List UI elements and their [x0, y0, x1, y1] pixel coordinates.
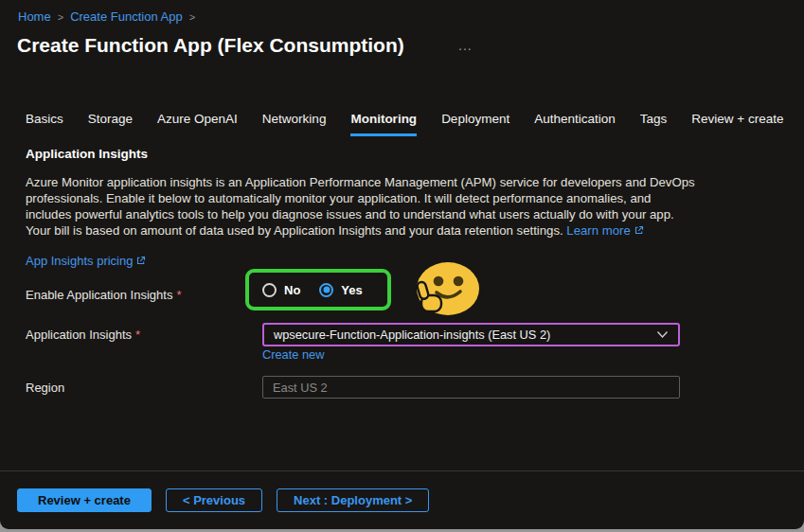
- enable-application-insights-label-text: Enable Application Insights: [26, 288, 172, 302]
- application-insights-label: Application Insights*: [26, 328, 140, 342]
- previous-button[interactable]: < Previous: [166, 488, 262, 512]
- region-input: East US 2: [262, 376, 680, 399]
- app-insights-pricing-link[interactable]: App Insights pricing: [26, 254, 146, 268]
- learn-more-link[interactable]: Learn more: [566, 223, 643, 238]
- radio-option-yes[interactable]: Yes: [319, 283, 362, 297]
- wizard-tab-bar: Basics Storage Azure OpenAI Networking M…: [26, 112, 783, 136]
- breadcrumb-separator-icon: >: [189, 11, 195, 23]
- tab-authentication[interactable]: Authentication: [534, 112, 616, 136]
- chevron-down-icon: [656, 328, 669, 342]
- tab-basics[interactable]: Basics: [26, 112, 63, 136]
- tab-storage[interactable]: Storage: [88, 112, 133, 136]
- tab-review-create[interactable]: Review + create: [691, 112, 783, 136]
- next-deployment-button[interactable]: Next : Deployment >: [277, 488, 429, 512]
- thumbs-up-smiley-emoji: [413, 261, 481, 320]
- page-title: Create Function App (Flex Consumption): [17, 34, 404, 57]
- region-value: East US 2: [273, 381, 328, 395]
- breadcrumb: Home > Create Function App >: [18, 9, 195, 24]
- enable-application-insights-label: Enable Application Insights*: [26, 288, 181, 302]
- breadcrumb-link-create-function-app[interactable]: Create Function App: [70, 9, 183, 24]
- breadcrumb-link-home[interactable]: Home: [18, 9, 51, 24]
- footer-action-bar: Review + create < Previous Next : Deploy…: [17, 488, 429, 512]
- tab-monitoring[interactable]: Monitoring: [350, 112, 417, 136]
- required-marker: *: [176, 288, 181, 302]
- application-insights-label-text: Application Insights: [26, 328, 132, 342]
- radio-no-label: No: [284, 283, 300, 297]
- external-link-icon: [634, 223, 644, 239]
- radio-yes-label: Yes: [341, 283, 362, 297]
- required-marker: *: [135, 328, 140, 342]
- radio-no-circle-icon[interactable]: [262, 283, 277, 297]
- enable-radio-group-highlight: No Yes: [245, 269, 391, 310]
- external-link-icon: [135, 255, 146, 269]
- breadcrumb-separator-icon: >: [58, 11, 63, 23]
- region-label: Region: [26, 381, 64, 395]
- section-heading: Application Insights: [26, 147, 148, 161]
- application-insights-dropdown[interactable]: wpsecure-Function-Application-insights (…: [262, 323, 680, 346]
- tab-tags[interactable]: Tags: [640, 112, 668, 136]
- title-overflow-ellipsis: ...: [458, 38, 473, 53]
- tab-deployment[interactable]: Deployment: [441, 112, 509, 136]
- tab-azure-openai[interactable]: Azure OpenAI: [157, 112, 238, 136]
- app-insights-pricing: App Insights pricing: [26, 254, 146, 269]
- application-insights-selected-value: wpsecure-Function-Application-insights (…: [274, 328, 550, 342]
- section-description: Azure Monitor application insights is an…: [26, 174, 697, 239]
- learn-more-label: Learn more: [566, 223, 630, 238]
- app-insights-pricing-label: App Insights pricing: [26, 254, 133, 268]
- footer-divider: [0, 470, 804, 471]
- create-function-app-panel: Home > Create Function App > Create Func…: [0, 0, 804, 529]
- radio-yes-circle-icon[interactable]: [319, 283, 333, 297]
- create-new-link[interactable]: Create new: [262, 347, 324, 362]
- review-create-button[interactable]: Review + create: [17, 488, 152, 512]
- tab-networking[interactable]: Networking: [262, 112, 327, 136]
- radio-option-no[interactable]: No: [262, 283, 300, 297]
